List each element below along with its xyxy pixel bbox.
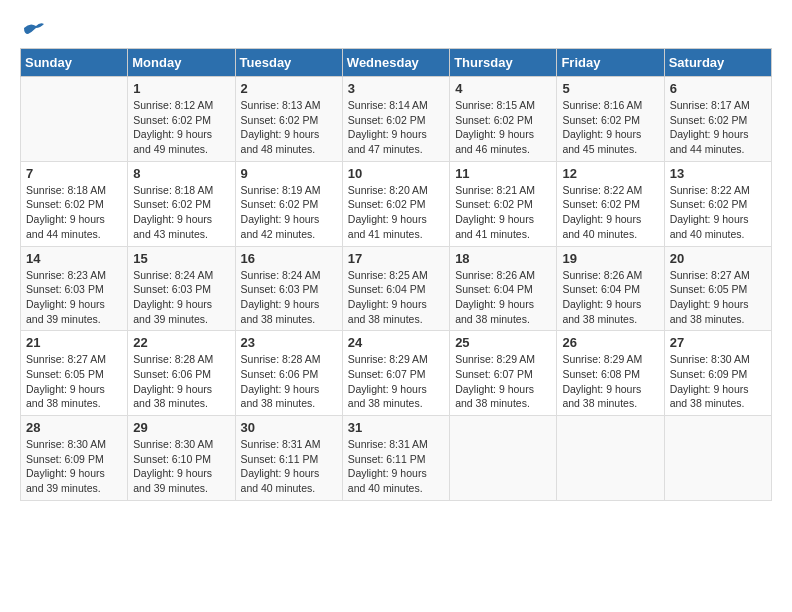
day-number: 31 bbox=[348, 420, 444, 435]
calendar-cell: 29Sunrise: 8:30 AM Sunset: 6:10 PM Dayli… bbox=[128, 416, 235, 501]
day-number: 23 bbox=[241, 335, 337, 350]
week-row-5: 28Sunrise: 8:30 AM Sunset: 6:09 PM Dayli… bbox=[21, 416, 772, 501]
day-number: 15 bbox=[133, 251, 229, 266]
logo bbox=[20, 20, 44, 38]
header-row: SundayMondayTuesdayWednesdayThursdayFrid… bbox=[21, 49, 772, 77]
day-number: 24 bbox=[348, 335, 444, 350]
day-number: 9 bbox=[241, 166, 337, 181]
day-info: Sunrise: 8:26 AM Sunset: 6:04 PM Dayligh… bbox=[562, 268, 658, 327]
calendar-table: SundayMondayTuesdayWednesdayThursdayFrid… bbox=[20, 48, 772, 501]
day-number: 11 bbox=[455, 166, 551, 181]
day-info: Sunrise: 8:18 AM Sunset: 6:02 PM Dayligh… bbox=[26, 183, 122, 242]
day-info: Sunrise: 8:14 AM Sunset: 6:02 PM Dayligh… bbox=[348, 98, 444, 157]
column-header-saturday: Saturday bbox=[664, 49, 771, 77]
day-info: Sunrise: 8:28 AM Sunset: 6:06 PM Dayligh… bbox=[241, 352, 337, 411]
day-number: 25 bbox=[455, 335, 551, 350]
page-header bbox=[20, 20, 772, 38]
day-info: Sunrise: 8:22 AM Sunset: 6:02 PM Dayligh… bbox=[670, 183, 766, 242]
calendar-cell: 10Sunrise: 8:20 AM Sunset: 6:02 PM Dayli… bbox=[342, 161, 449, 246]
day-number: 30 bbox=[241, 420, 337, 435]
calendar-cell: 3Sunrise: 8:14 AM Sunset: 6:02 PM Daylig… bbox=[342, 77, 449, 162]
day-info: Sunrise: 8:21 AM Sunset: 6:02 PM Dayligh… bbox=[455, 183, 551, 242]
calendar-cell: 9Sunrise: 8:19 AM Sunset: 6:02 PM Daylig… bbox=[235, 161, 342, 246]
day-number: 17 bbox=[348, 251, 444, 266]
day-info: Sunrise: 8:31 AM Sunset: 6:11 PM Dayligh… bbox=[348, 437, 444, 496]
calendar-cell: 7Sunrise: 8:18 AM Sunset: 6:02 PM Daylig… bbox=[21, 161, 128, 246]
day-number: 1 bbox=[133, 81, 229, 96]
calendar-cell bbox=[664, 416, 771, 501]
day-number: 13 bbox=[670, 166, 766, 181]
day-info: Sunrise: 8:17 AM Sunset: 6:02 PM Dayligh… bbox=[670, 98, 766, 157]
week-row-4: 21Sunrise: 8:27 AM Sunset: 6:05 PM Dayli… bbox=[21, 331, 772, 416]
day-info: Sunrise: 8:29 AM Sunset: 6:07 PM Dayligh… bbox=[348, 352, 444, 411]
calendar-cell bbox=[450, 416, 557, 501]
day-number: 7 bbox=[26, 166, 122, 181]
day-number: 5 bbox=[562, 81, 658, 96]
calendar-cell: 17Sunrise: 8:25 AM Sunset: 6:04 PM Dayli… bbox=[342, 246, 449, 331]
calendar-cell: 4Sunrise: 8:15 AM Sunset: 6:02 PM Daylig… bbox=[450, 77, 557, 162]
day-number: 8 bbox=[133, 166, 229, 181]
day-number: 28 bbox=[26, 420, 122, 435]
calendar-cell: 30Sunrise: 8:31 AM Sunset: 6:11 PM Dayli… bbox=[235, 416, 342, 501]
calendar-cell: 15Sunrise: 8:24 AM Sunset: 6:03 PM Dayli… bbox=[128, 246, 235, 331]
calendar-cell: 8Sunrise: 8:18 AM Sunset: 6:02 PM Daylig… bbox=[128, 161, 235, 246]
calendar-cell: 12Sunrise: 8:22 AM Sunset: 6:02 PM Dayli… bbox=[557, 161, 664, 246]
calendar-cell: 6Sunrise: 8:17 AM Sunset: 6:02 PM Daylig… bbox=[664, 77, 771, 162]
day-info: Sunrise: 8:12 AM Sunset: 6:02 PM Dayligh… bbox=[133, 98, 229, 157]
column-header-thursday: Thursday bbox=[450, 49, 557, 77]
calendar-cell: 28Sunrise: 8:30 AM Sunset: 6:09 PM Dayli… bbox=[21, 416, 128, 501]
calendar-cell: 13Sunrise: 8:22 AM Sunset: 6:02 PM Dayli… bbox=[664, 161, 771, 246]
column-header-monday: Monday bbox=[128, 49, 235, 77]
calendar-cell: 16Sunrise: 8:24 AM Sunset: 6:03 PM Dayli… bbox=[235, 246, 342, 331]
day-info: Sunrise: 8:27 AM Sunset: 6:05 PM Dayligh… bbox=[26, 352, 122, 411]
day-number: 18 bbox=[455, 251, 551, 266]
calendar-cell: 22Sunrise: 8:28 AM Sunset: 6:06 PM Dayli… bbox=[128, 331, 235, 416]
column-header-tuesday: Tuesday bbox=[235, 49, 342, 77]
day-number: 20 bbox=[670, 251, 766, 266]
day-number: 6 bbox=[670, 81, 766, 96]
day-number: 19 bbox=[562, 251, 658, 266]
calendar-cell: 24Sunrise: 8:29 AM Sunset: 6:07 PM Dayli… bbox=[342, 331, 449, 416]
day-info: Sunrise: 8:30 AM Sunset: 6:09 PM Dayligh… bbox=[670, 352, 766, 411]
day-number: 21 bbox=[26, 335, 122, 350]
day-info: Sunrise: 8:24 AM Sunset: 6:03 PM Dayligh… bbox=[241, 268, 337, 327]
calendar-cell: 20Sunrise: 8:27 AM Sunset: 6:05 PM Dayli… bbox=[664, 246, 771, 331]
day-info: Sunrise: 8:29 AM Sunset: 6:07 PM Dayligh… bbox=[455, 352, 551, 411]
day-number: 26 bbox=[562, 335, 658, 350]
calendar-cell: 14Sunrise: 8:23 AM Sunset: 6:03 PM Dayli… bbox=[21, 246, 128, 331]
day-info: Sunrise: 8:13 AM Sunset: 6:02 PM Dayligh… bbox=[241, 98, 337, 157]
day-info: Sunrise: 8:18 AM Sunset: 6:02 PM Dayligh… bbox=[133, 183, 229, 242]
calendar-cell: 18Sunrise: 8:26 AM Sunset: 6:04 PM Dayli… bbox=[450, 246, 557, 331]
column-header-sunday: Sunday bbox=[21, 49, 128, 77]
calendar-cell: 21Sunrise: 8:27 AM Sunset: 6:05 PM Dayli… bbox=[21, 331, 128, 416]
day-number: 14 bbox=[26, 251, 122, 266]
calendar-cell: 5Sunrise: 8:16 AM Sunset: 6:02 PM Daylig… bbox=[557, 77, 664, 162]
calendar-cell: 26Sunrise: 8:29 AM Sunset: 6:08 PM Dayli… bbox=[557, 331, 664, 416]
day-number: 16 bbox=[241, 251, 337, 266]
day-info: Sunrise: 8:15 AM Sunset: 6:02 PM Dayligh… bbox=[455, 98, 551, 157]
day-info: Sunrise: 8:20 AM Sunset: 6:02 PM Dayligh… bbox=[348, 183, 444, 242]
week-row-3: 14Sunrise: 8:23 AM Sunset: 6:03 PM Dayli… bbox=[21, 246, 772, 331]
calendar-cell: 19Sunrise: 8:26 AM Sunset: 6:04 PM Dayli… bbox=[557, 246, 664, 331]
week-row-2: 7Sunrise: 8:18 AM Sunset: 6:02 PM Daylig… bbox=[21, 161, 772, 246]
calendar-cell: 27Sunrise: 8:30 AM Sunset: 6:09 PM Dayli… bbox=[664, 331, 771, 416]
calendar-cell: 31Sunrise: 8:31 AM Sunset: 6:11 PM Dayli… bbox=[342, 416, 449, 501]
day-info: Sunrise: 8:29 AM Sunset: 6:08 PM Dayligh… bbox=[562, 352, 658, 411]
day-info: Sunrise: 8:28 AM Sunset: 6:06 PM Dayligh… bbox=[133, 352, 229, 411]
day-number: 22 bbox=[133, 335, 229, 350]
day-number: 3 bbox=[348, 81, 444, 96]
column-header-friday: Friday bbox=[557, 49, 664, 77]
day-number: 29 bbox=[133, 420, 229, 435]
day-info: Sunrise: 8:16 AM Sunset: 6:02 PM Dayligh… bbox=[562, 98, 658, 157]
day-number: 2 bbox=[241, 81, 337, 96]
week-row-1: 1Sunrise: 8:12 AM Sunset: 6:02 PM Daylig… bbox=[21, 77, 772, 162]
day-info: Sunrise: 8:23 AM Sunset: 6:03 PM Dayligh… bbox=[26, 268, 122, 327]
calendar-cell: 1Sunrise: 8:12 AM Sunset: 6:02 PM Daylig… bbox=[128, 77, 235, 162]
day-info: Sunrise: 8:30 AM Sunset: 6:10 PM Dayligh… bbox=[133, 437, 229, 496]
calendar-cell: 23Sunrise: 8:28 AM Sunset: 6:06 PM Dayli… bbox=[235, 331, 342, 416]
day-info: Sunrise: 8:26 AM Sunset: 6:04 PM Dayligh… bbox=[455, 268, 551, 327]
column-header-wednesday: Wednesday bbox=[342, 49, 449, 77]
day-info: Sunrise: 8:30 AM Sunset: 6:09 PM Dayligh… bbox=[26, 437, 122, 496]
calendar-cell: 11Sunrise: 8:21 AM Sunset: 6:02 PM Dayli… bbox=[450, 161, 557, 246]
calendar-cell bbox=[557, 416, 664, 501]
